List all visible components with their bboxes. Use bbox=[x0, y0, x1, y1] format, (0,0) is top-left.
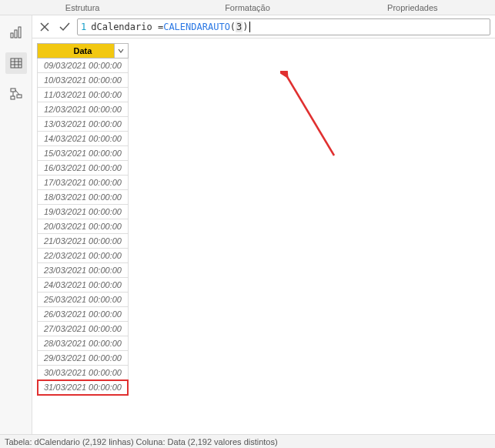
formula-input[interactable]: 1 dCalendario = CALENDARAUTO ( 3 ) bbox=[77, 18, 490, 35]
table-row[interactable]: 29/03/2021 00:00:00 bbox=[38, 351, 129, 366]
table-row[interactable]: 11/03/2021 00:00:00 bbox=[38, 88, 129, 102]
table-cell: 30/03/2021 00:00:00 bbox=[38, 366, 129, 380]
table-row[interactable]: 20/03/2021 00:00:00 bbox=[38, 219, 129, 234]
table-cell: 23/03/2021 00:00:00 bbox=[38, 263, 129, 278]
table-row[interactable]: 09/03/2021 00:00:00 bbox=[38, 59, 129, 73]
table-cell: 28/03/2021 00:00:00 bbox=[38, 336, 129, 351]
table-cell: 24/03/2021 00:00:00 bbox=[38, 278, 129, 293]
table-row[interactable]: 23/03/2021 00:00:00 bbox=[38, 263, 129, 278]
table-row[interactable]: 22/03/2021 00:00:00 bbox=[38, 249, 129, 263]
table-cell: 27/03/2021 00:00:00 bbox=[38, 322, 129, 336]
table-cell: 16/03/2021 00:00:00 bbox=[38, 161, 129, 176]
text-cursor bbox=[249, 22, 250, 32]
table-cell: 31/03/2021 00:00:00 bbox=[38, 380, 129, 395]
table-row[interactable]: 14/03/2021 00:00:00 bbox=[38, 132, 129, 146]
data-table-wrap: Data 09/03/2021 00:00:0010/03/2021 00:00… bbox=[32, 38, 495, 434]
svg-rect-3 bbox=[11, 59, 22, 68]
table-row[interactable]: 10/03/2021 00:00:00 bbox=[38, 73, 129, 88]
table-cell: 15/03/2021 00:00:00 bbox=[38, 146, 129, 161]
model-icon bbox=[9, 87, 23, 101]
data-table[interactable]: Data 09/03/2021 00:00:0010/03/2021 00:00… bbox=[37, 43, 129, 395]
table-row[interactable]: 21/03/2021 00:00:00 bbox=[38, 234, 129, 249]
table-row[interactable]: 27/03/2021 00:00:00 bbox=[38, 322, 129, 336]
view-data-button[interactable] bbox=[5, 52, 27, 74]
status-text: Tabela: dCalendario (2,192 linhas) Colun… bbox=[5, 437, 278, 446]
table-row[interactable]: 17/03/2021 00:00:00 bbox=[38, 176, 129, 190]
formula-bar: 1 dCalendario = CALENDARAUTO ( 3 ) bbox=[32, 15, 495, 38]
annotation-arrow bbox=[280, 71, 342, 163]
svg-rect-1 bbox=[15, 30, 17, 38]
table-cell: 14/03/2021 00:00:00 bbox=[38, 132, 129, 146]
formula-cancel-button[interactable] bbox=[37, 19, 52, 35]
table-cell: 29/03/2021 00:00:00 bbox=[38, 351, 129, 366]
table-row[interactable]: 12/03/2021 00:00:00 bbox=[38, 102, 129, 117]
ribbon-tab-estrutura[interactable]: Estrutura bbox=[0, 0, 165, 15]
formula-line-number: 1 bbox=[81, 22, 86, 32]
x-icon bbox=[39, 22, 50, 32]
view-switcher bbox=[0, 15, 32, 434]
table-row[interactable]: 24/03/2021 00:00:00 bbox=[38, 278, 129, 293]
table-icon bbox=[9, 56, 23, 70]
svg-rect-10 bbox=[11, 96, 15, 99]
table-row[interactable]: 19/03/2021 00:00:00 bbox=[38, 205, 129, 219]
table-cell: 17/03/2021 00:00:00 bbox=[38, 176, 129, 190]
formula-arg: 3 bbox=[236, 22, 242, 32]
table-cell: 22/03/2021 00:00:00 bbox=[38, 249, 129, 263]
table-cell: 25/03/2021 00:00:00 bbox=[38, 293, 129, 307]
ribbon-tabs: EstruturaFormataçãoPropriedades bbox=[0, 0, 495, 15]
status-bar: Tabela: dCalendario (2,192 linhas) Colun… bbox=[0, 434, 495, 448]
table-row[interactable]: 31/03/2021 00:00:00 bbox=[38, 380, 129, 395]
chevron-down-icon bbox=[118, 48, 124, 54]
view-model-button[interactable] bbox=[5, 83, 27, 105]
formula-prefix: dCalendario = bbox=[91, 22, 163, 32]
check-icon bbox=[59, 21, 71, 33]
column-dropdown-button[interactable] bbox=[114, 44, 128, 58]
svg-rect-2 bbox=[18, 27, 21, 38]
data-table-body: 09/03/2021 00:00:0010/03/2021 00:00:0011… bbox=[38, 59, 129, 395]
table-row[interactable]: 26/03/2021 00:00:00 bbox=[38, 307, 129, 322]
table-cell: 19/03/2021 00:00:00 bbox=[38, 205, 129, 219]
table-cell: 11/03/2021 00:00:00 bbox=[38, 88, 129, 102]
svg-line-15 bbox=[286, 75, 334, 155]
table-cell: 13/03/2021 00:00:00 bbox=[38, 117, 129, 132]
ribbon-tab-formatação[interactable]: Formatação bbox=[165, 0, 329, 15]
table-row[interactable]: 13/03/2021 00:00:00 bbox=[38, 117, 129, 132]
ribbon-tab-propriedades[interactable]: Propriedades bbox=[330, 0, 495, 15]
svg-line-11 bbox=[15, 90, 19, 95]
view-report-button[interactable] bbox=[5, 22, 27, 43]
table-row[interactable]: 25/03/2021 00:00:00 bbox=[38, 293, 129, 307]
table-row[interactable]: 15/03/2021 00:00:00 bbox=[38, 146, 129, 161]
table-cell: 10/03/2021 00:00:00 bbox=[38, 73, 129, 88]
table-cell: 20/03/2021 00:00:00 bbox=[38, 219, 129, 234]
table-row[interactable]: 30/03/2021 00:00:00 bbox=[38, 366, 129, 380]
table-cell: 12/03/2021 00:00:00 bbox=[38, 102, 129, 117]
column-header-label: Data bbox=[74, 46, 92, 55]
table-cell: 26/03/2021 00:00:00 bbox=[38, 307, 129, 322]
table-row[interactable]: 18/03/2021 00:00:00 bbox=[38, 190, 129, 205]
svg-rect-9 bbox=[17, 95, 22, 98]
svg-rect-8 bbox=[11, 89, 15, 92]
table-cell: 21/03/2021 00:00:00 bbox=[38, 234, 129, 249]
formula-commit-button[interactable] bbox=[57, 19, 72, 35]
table-cell: 09/03/2021 00:00:00 bbox=[38, 59, 129, 73]
column-header-data[interactable]: Data bbox=[38, 44, 129, 59]
table-row[interactable]: 28/03/2021 00:00:00 bbox=[38, 336, 129, 351]
table-cell: 18/03/2021 00:00:00 bbox=[38, 190, 129, 205]
svg-rect-0 bbox=[11, 33, 13, 38]
formula-function: CALENDARAUTO bbox=[163, 22, 230, 32]
chart-icon bbox=[9, 25, 23, 39]
table-row[interactable]: 16/03/2021 00:00:00 bbox=[38, 161, 129, 176]
